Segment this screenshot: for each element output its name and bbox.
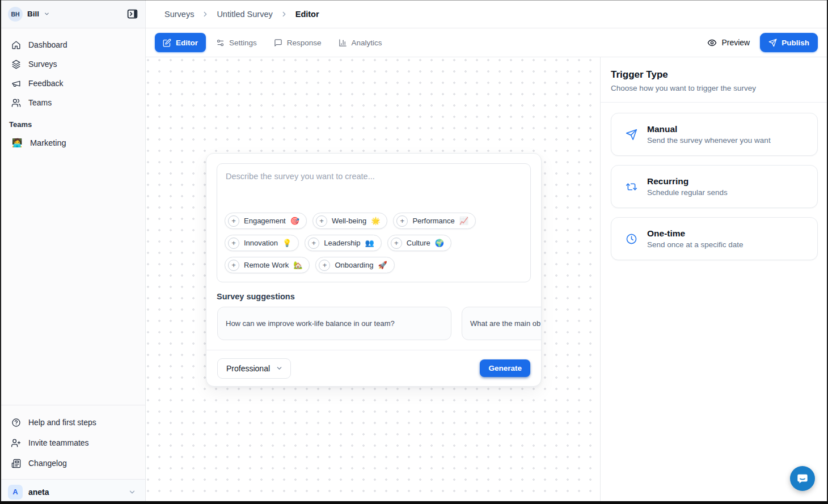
tab-label: Settings (229, 39, 257, 47)
chevron-down-icon (276, 365, 283, 372)
generate-button[interactable]: Generate (480, 359, 530, 377)
tab-label: Editor (176, 39, 198, 47)
main-area: Surveys Untitled Survey Editor Editor Se… (146, 0, 828, 504)
chip-engagement[interactable]: +Engagement🎯 (225, 213, 307, 229)
chip-onboarding[interactable]: +Onboarding🚀 (315, 257, 394, 273)
chat-launcher-button[interactable] (790, 466, 815, 491)
chip-innovation[interactable]: +Innovation💡 (225, 235, 299, 251)
sidebar-item-label: Help and first steps (28, 418, 96, 427)
account-menu[interactable]: A aneta (0, 479, 145, 504)
chip-performance[interactable]: +Performance📈 (393, 213, 476, 229)
newspaper-icon (11, 459, 21, 468)
sidebar-item-help[interactable]: Help and first steps (0, 412, 145, 433)
tab-settings[interactable]: Settings (209, 33, 264, 52)
window-edge-bottom (0, 501, 828, 504)
preview-label: Preview (721, 38, 750, 47)
chevron-down-icon (128, 488, 136, 496)
sidebar-item-label: Changelog (28, 459, 67, 468)
people-emoji-icon: 👥 (365, 239, 374, 247)
tone-select[interactable]: Professional (217, 358, 291, 379)
chart-emoji-icon: 📈 (459, 217, 468, 225)
plus-icon: + (316, 215, 327, 227)
sidebar-item-label: Feedback (28, 79, 63, 88)
dart-emoji-icon: 🎯 (290, 217, 299, 225)
chip-remote-work[interactable]: +Remote Work🏡 (225, 257, 310, 273)
repeat-icon (626, 181, 637, 193)
trigger-option-title: Manual (647, 124, 771, 134)
window-edge-top (0, 0, 828, 1)
workspace-switcher[interactable]: BH Bill (8, 7, 50, 22)
rocket-emoji-icon: 🚀 (378, 261, 387, 269)
suggestions-row: How can we improve work-life balance in … (206, 307, 541, 340)
sidebar-item-feedback[interactable]: Feedback (0, 74, 145, 93)
trigger-options: Manual Send the survey whenever you want… (601, 103, 828, 270)
trigger-option-text: One-time Send once at a specific date (647, 228, 743, 249)
survey-prompt-input[interactable] (217, 164, 530, 209)
chip-leadership[interactable]: +Leadership👥 (305, 235, 382, 251)
sidebar-item-dashboard[interactable]: Dashboard (0, 35, 145, 54)
chevron-right-icon (201, 10, 209, 18)
app-window: BH Bill Dashboard Surveys Feedback (0, 0, 828, 504)
sidebar-item-team-marketing[interactable]: 🧑‍💻 Marketing (0, 133, 145, 153)
survey-composer-card: +Engagement🎯 +Well-being🌟 +Performance📈 … (206, 153, 542, 387)
sidebar-item-label: Surveys (28, 60, 57, 69)
tab-bar: Editor Settings Response Analytics (146, 28, 828, 57)
trigger-option-desc: Schedule regular sends (647, 188, 728, 197)
chip-label: Performance (412, 217, 454, 225)
breadcrumb-surveys[interactable]: Surveys (164, 10, 194, 19)
breadcrumb: Surveys Untitled Survey Editor (146, 0, 828, 28)
plus-icon: + (228, 260, 239, 271)
eye-icon (707, 38, 717, 48)
home-icon (11, 40, 21, 50)
plus-icon: + (228, 215, 239, 227)
chip-label: Innovation (244, 239, 278, 247)
trigger-option-recurring[interactable]: Recurring Schedule regular sends (611, 165, 818, 208)
bar-actions: Preview Publish (707, 33, 818, 52)
breadcrumb-editor: Editor (295, 10, 319, 19)
publish-button[interactable]: Publish (760, 33, 818, 52)
sidebar-item-surveys[interactable]: Surveys (0, 54, 145, 74)
chip-culture[interactable]: +Culture🌍 (387, 235, 451, 251)
sidebar-item-teams[interactable]: Teams (0, 93, 145, 112)
editor-canvas[interactable]: +Engagement🎯 +Well-being🌟 +Performance📈 … (146, 57, 600, 504)
chip-label: Culture (407, 239, 430, 247)
breadcrumb-untitled-survey[interactable]: Untitled Survey (217, 10, 272, 19)
message-square-icon (274, 39, 282, 47)
workspace-name: Bill (27, 10, 39, 18)
tone-value: Professional (226, 364, 270, 373)
trigger-type-panel: Trigger Type Choose how you want to trig… (600, 57, 828, 504)
suggestion-card[interactable]: What are the main ob (462, 307, 541, 340)
trigger-option-manual[interactable]: Manual Send the survey whenever you want (611, 113, 818, 156)
tab-analytics[interactable]: Analytics (332, 33, 389, 52)
sidebar-item-label: Invite teammates (28, 438, 89, 447)
plus-icon: + (396, 215, 408, 227)
globe-emoji-icon: 🌍 (435, 239, 444, 247)
trigger-option-one-time[interactable]: One-time Send once at a specific date (611, 217, 818, 260)
publish-label: Publish (781, 39, 809, 47)
sidebar-item-invite[interactable]: Invite teammates (0, 433, 145, 453)
chevron-down-icon (44, 11, 50, 17)
user-plus-icon (11, 438, 21, 448)
composer-footer: Professional Generate (206, 350, 541, 386)
chip-label: Engagement (244, 217, 286, 225)
users-icon (11, 98, 21, 108)
preview-button[interactable]: Preview (707, 38, 750, 48)
plus-icon: + (228, 238, 239, 249)
trigger-option-desc: Send the survey whenever you want (647, 136, 771, 145)
sidebar-toggle-button[interactable] (126, 8, 138, 20)
megaphone-icon (11, 79, 21, 88)
sidebar-item-changelog[interactable]: Changelog (0, 453, 145, 473)
help-circle-icon (11, 418, 21, 427)
layers-icon (11, 60, 21, 69)
chip-well-being[interactable]: +Well-being🌟 (312, 213, 387, 229)
tab-response[interactable]: Response (267, 33, 328, 52)
edit-icon (163, 39, 171, 47)
sidebar-item-label: Teams (28, 98, 52, 107)
sidebar-item-label: Dashboard (28, 40, 67, 49)
chip-label: Well-being (332, 217, 366, 225)
trigger-panel-header: Trigger Type Choose how you want to trig… (601, 57, 828, 103)
prompt-input-card: +Engagement🎯 +Well-being🌟 +Performance📈 … (217, 163, 531, 282)
suggestion-card[interactable]: How can we improve work-life balance in … (217, 307, 451, 340)
team-name: Marketing (30, 138, 66, 147)
tab-editor[interactable]: Editor (155, 33, 206, 52)
